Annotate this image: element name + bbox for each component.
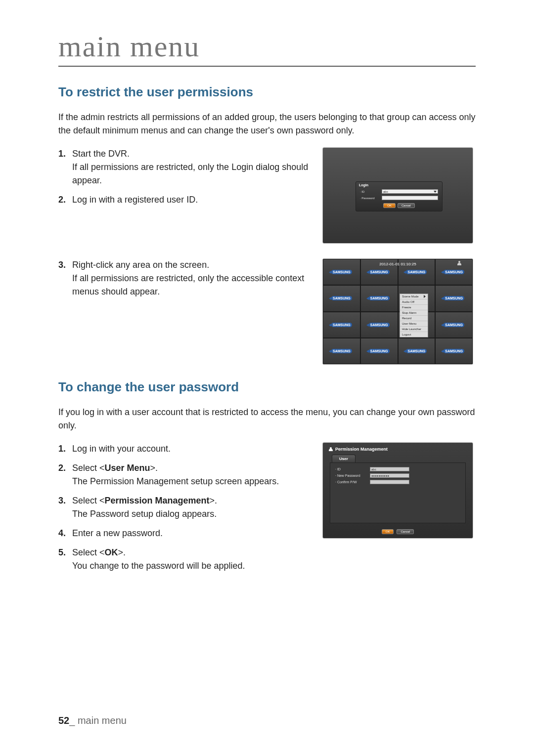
cell-logo: SAMSUNG xyxy=(331,323,352,327)
ctx-logout[interactable]: Logout xyxy=(400,332,428,337)
cell-logo: SAMSUNG xyxy=(331,296,352,300)
step-sub: If all permissions are restricted, only … xyxy=(72,161,312,187)
login-id-label: · ID xyxy=(360,190,382,193)
step-sub: You change to the password will be appli… xyxy=(72,559,312,573)
pm-confirm-input[interactable] xyxy=(370,480,409,484)
section2-title: To change the user password xyxy=(58,379,476,395)
ctx-stop-alarm[interactable]: Stop Alarm xyxy=(400,310,428,316)
section1-intro: If the admin restricts all permissions o… xyxy=(58,111,476,137)
step-text: Log in with your account. xyxy=(72,444,171,454)
ctx-scene-mode[interactable]: Scene Mode xyxy=(400,294,428,299)
context-menu: Scene Mode Audio Off Freeze Stop Alarm R… xyxy=(400,294,428,337)
pm-newpw-input[interactable]: ●●●●●●●●●● xyxy=(370,473,409,478)
step-3: Right-click any area on the screen. If a… xyxy=(58,258,312,298)
pm-id-label: · ID xyxy=(335,467,370,471)
step-2: Log in with a registered user ID. xyxy=(58,193,312,207)
ctx-record[interactable]: Record xyxy=(400,316,428,321)
camera-grid: SAMSUNG SAMSUNG SAMSUNG SAMSUNG SAMSUNG … xyxy=(323,259,473,364)
timestamp: 2012-01-01 01:10:25 xyxy=(379,262,416,266)
cell-logo: SAMSUNG xyxy=(444,323,464,327)
cell-logo: SAMSUNG xyxy=(444,296,464,300)
cell-logo: SAMSUNG xyxy=(406,349,427,353)
pm-confirm-label: · Confirm P/W xyxy=(335,480,370,484)
login-password-label: · Password xyxy=(360,197,382,200)
cell-logo: SAMSUNG xyxy=(369,270,390,274)
ctx-hide-launcher[interactable]: Hide Launcher xyxy=(400,327,428,332)
ctx-audio-off[interactable]: Audio Off xyxy=(400,299,428,305)
login-id-value: abc xyxy=(383,190,388,193)
user-icon xyxy=(329,447,333,451)
pm-title: Permission Management xyxy=(335,447,388,452)
cell-logo: SAMSUNG xyxy=(369,323,390,327)
cell-logo: SAMSUNG xyxy=(331,270,352,274)
section2-steps: Log in with your account. Select <User M… xyxy=(58,442,312,573)
ctx-freeze[interactable]: Freeze xyxy=(400,305,428,310)
login-title: Login xyxy=(356,182,442,188)
cell-logo: SAMSUNG xyxy=(406,270,427,274)
page-footer: 52_ main menu xyxy=(58,715,127,726)
chevron-right-icon xyxy=(424,295,426,298)
step-1: Start the DVR. If all permissions are re… xyxy=(58,147,312,187)
step-sub: The Password setup dialog appears. xyxy=(72,507,312,521)
chapter-title: main menu xyxy=(58,30,476,67)
step-sub: If all permissions are restricted, only … xyxy=(72,272,312,298)
section2-intro: If you log in with a user account that i… xyxy=(58,406,476,432)
permission-mgmt-screenshot: Permission Management User · ID abc · Ne… xyxy=(322,442,473,539)
section1-steps: Start the DVR. If all permissions are re… xyxy=(58,147,312,207)
footer-label: main menu xyxy=(78,715,127,726)
page-number: 52 xyxy=(58,715,69,726)
login-ok-button[interactable]: OK xyxy=(383,203,396,208)
step-b5: Select <OK>. You change to the password … xyxy=(58,546,312,573)
pm-newpw-label: · New Password xyxy=(335,474,370,477)
step-b2: Select <User Menu>. The Permission Manag… xyxy=(58,462,312,488)
step-text: Right-click any area on the screen. xyxy=(72,260,209,270)
step-text: Select <Permission Management>. xyxy=(72,496,217,505)
login-screenshot: Login · ID abc · Password OK xyxy=(322,147,473,244)
pm-tab-user[interactable]: User xyxy=(332,455,356,462)
pm-cancel-button[interactable]: Cancel xyxy=(397,529,414,534)
cell-logo: SAMSUNG xyxy=(369,349,390,353)
pm-header: Permission Management xyxy=(329,447,388,452)
step-text: Start the DVR. xyxy=(72,149,130,159)
user-icon xyxy=(457,261,462,266)
cell-logo: SAMSUNG xyxy=(331,349,352,353)
chevron-down-icon xyxy=(434,191,437,193)
cell-logo: SAMSUNG xyxy=(369,296,390,300)
step-text: Log in with a registered user ID. xyxy=(72,195,198,205)
step-b1: Log in with your account. xyxy=(58,442,312,456)
login-dialog: Login · ID abc · Password OK xyxy=(356,181,443,211)
section1-title: To restrict the user permissions xyxy=(58,84,476,100)
step-text: Enter a new password. xyxy=(72,528,163,538)
step-b3: Select <Permission Management>. The Pass… xyxy=(58,494,312,521)
step-sub: The Permission Management setup screen a… xyxy=(72,475,312,488)
section1-steps-b: Right-click any area on the screen. If a… xyxy=(58,258,312,298)
cell-logo: SAMSUNG xyxy=(444,349,464,353)
step-text: Select <OK>. xyxy=(72,547,126,557)
cell-logo: SAMSUNG xyxy=(444,270,464,274)
context-menu-screenshot: SAMSUNG SAMSUNG SAMSUNG SAMSUNG SAMSUNG … xyxy=(322,258,473,365)
step-text: Select <User Menu>. xyxy=(72,463,158,473)
step-b4: Enter a new password. xyxy=(58,527,312,540)
pm-id-input[interactable]: abc xyxy=(370,467,409,471)
login-password-input[interactable] xyxy=(382,196,438,200)
login-id-dropdown[interactable]: abc xyxy=(382,189,438,194)
pm-ok-button[interactable]: OK xyxy=(382,529,394,534)
login-cancel-button[interactable]: Cancel xyxy=(398,203,415,208)
ctx-user-menu[interactable]: User Menu xyxy=(400,321,428,327)
